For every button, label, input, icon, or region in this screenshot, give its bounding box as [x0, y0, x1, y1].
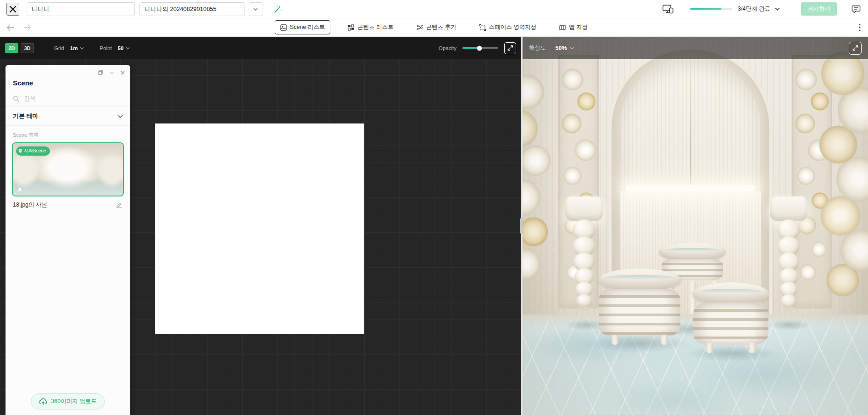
tab-label: 맵 지정: [569, 23, 588, 31]
chevron-down-icon: [253, 8, 258, 11]
resolution-value: 50%: [556, 45, 567, 51]
header-right-group: 3/4단계 완료 게시하기: [662, 2, 862, 16]
space-name-input[interactable]: [27, 2, 135, 16]
point-size-value: 50: [118, 45, 124, 51]
close-window-button[interactable]: [120, 70, 126, 76]
tab-map-assign[interactable]: 맵 지정: [554, 20, 593, 34]
stool-foot: [749, 343, 756, 353]
lamp-bubble: [576, 294, 592, 308]
pin-icon: [18, 149, 22, 153]
balloon-decoration: [523, 50, 564, 326]
close-editor-button[interactable]: [6, 3, 19, 16]
magic-wand-button[interactable]: [273, 4, 284, 15]
point-label: Point: [100, 45, 111, 51]
stool-foot: [706, 343, 713, 353]
scene-panel-window: Scene 기본 테마 Scene 목록: [6, 65, 130, 415]
expand-icon: [852, 45, 858, 51]
point-size-dropdown[interactable]: 50: [115, 45, 133, 51]
resolution-dropdown[interactable]: 50%: [553, 45, 577, 52]
tab-scene-list[interactable]: Scene 리스트: [275, 20, 330, 34]
scene-search-input[interactable]: [23, 95, 123, 102]
scene-title-dropdown-button[interactable]: [249, 2, 262, 16]
editor-2d-panel: 2D 3D Grid 1m Point 50: [0, 37, 521, 415]
mode-tabbar: Scene 리스트 콘텐츠 리스트 콘텐츠 추가 스페이스 영역지정 맵 지정: [0, 18, 868, 37]
restore-window-button[interactable]: [97, 69, 104, 76]
render-ribbed-stool: [692, 282, 769, 353]
steps-progress-fill: [690, 8, 722, 10]
lamp-shade: [770, 196, 807, 221]
scene-title-input[interactable]: [139, 2, 245, 16]
editor-toolbar-right: Opacity: [439, 42, 516, 54]
grid-size-dropdown[interactable]: 1m: [67, 45, 87, 51]
upload-360-label: 360이미지 업로드: [51, 398, 96, 405]
map-icon: [559, 24, 566, 31]
scene-name: 18.jpg의 사본: [13, 201, 47, 209]
point-size-group: Point 50: [100, 45, 133, 51]
upload-360-button[interactable]: 360이미지 업로드: [31, 393, 105, 409]
main-split: 2D 3D Grid 1m Point 50: [0, 37, 868, 415]
search-icon: [13, 95, 19, 102]
chevron-down-icon: [80, 47, 84, 50]
cloud-upload-icon: [39, 398, 47, 405]
mode-2d-button[interactable]: 2D: [5, 43, 18, 53]
stool-foot: [661, 335, 668, 345]
favorite-star-icon[interactable]: [17, 186, 23, 193]
stool-shine: [605, 275, 674, 280]
preview-fullscreen-button[interactable]: [849, 42, 862, 55]
preview-3d-render: [523, 37, 868, 415]
stool-ribs: [599, 289, 680, 336]
lamp-base: [783, 307, 795, 310]
steps-progress-label: 3/4단계 완료: [738, 5, 770, 13]
fit-view-button[interactable]: [504, 42, 516, 54]
opacity-label: Opacity: [439, 45, 456, 51]
stool-feet: [692, 343, 769, 353]
preview-toolbar: 해상도 50%: [523, 37, 868, 59]
history-arrows: [6, 23, 32, 32]
stool-feet: [598, 335, 681, 345]
tab-content-add[interactable]: 콘텐츠 추가: [411, 20, 462, 34]
table-shine: [665, 248, 719, 252]
stool-foot: [612, 335, 618, 345]
chevron-down-icon: [117, 115, 123, 118]
rename-scene-button[interactable]: [115, 201, 123, 209]
stool-ribs: [693, 303, 768, 345]
steps-dropdown-button[interactable]: [774, 6, 781, 11]
pencil-icon: [116, 202, 122, 208]
resolution-label: 해상도: [529, 44, 546, 52]
grid-label: Grid: [54, 45, 64, 51]
editor-tabs: Scene 리스트 콘텐츠 리스트 콘텐츠 추가 스페이스 영역지정 맵 지정: [275, 20, 593, 34]
scene-search-row: [6, 91, 130, 107]
lamp-base: [578, 307, 590, 310]
close-icon: [120, 70, 125, 75]
scene-panel-titlebar[interactable]: [6, 65, 130, 77]
redo-button[interactable]: [22, 23, 32, 32]
image-icon: [280, 24, 287, 31]
expand-icon: [507, 45, 513, 51]
scene-name-row: 18.jpg의 사본: [6, 196, 130, 209]
lamp-shade: [565, 196, 603, 221]
undo-button[interactable]: [6, 23, 16, 32]
close-icon: [9, 5, 17, 13]
list-icon: [348, 24, 354, 31]
mode-3d-button[interactable]: 3D: [21, 43, 34, 53]
minimize-icon: [109, 70, 114, 75]
tab-space-area[interactable]: 스페이스 영역지정: [474, 20, 542, 34]
scene-panel-title: Scene: [6, 77, 130, 91]
floorplan-canvas[interactable]: [155, 123, 364, 334]
minimize-window-button[interactable]: [109, 70, 115, 76]
help-chat-button[interactable]: [851, 4, 862, 15]
tab-content-list[interactable]: 콘텐츠 리스트: [342, 20, 399, 34]
top-header: 3/4단계 완료 게시하기: [0, 0, 868, 18]
device-preview-button[interactable]: [662, 4, 674, 15]
more-options-button[interactable]: [858, 23, 862, 32]
grid-size-group: Grid 1m: [54, 45, 87, 51]
tab-label: 스페이스 영역지정: [489, 23, 536, 31]
theme-selector[interactable]: 기본 테마: [6, 107, 130, 126]
publish-button[interactable]: 게시하기: [801, 2, 837, 16]
start-scene-badge-label: 시작Scene: [24, 148, 46, 154]
start-scene-badge: 시작Scene: [16, 146, 50, 156]
preview-3d-panel[interactable]: 해상도 50%: [523, 37, 868, 415]
opacity-slider[interactable]: [462, 47, 498, 49]
scene-card-selected[interactable]: 시작Scene: [12, 142, 124, 196]
opacity-slider-thumb[interactable]: [477, 45, 482, 50]
